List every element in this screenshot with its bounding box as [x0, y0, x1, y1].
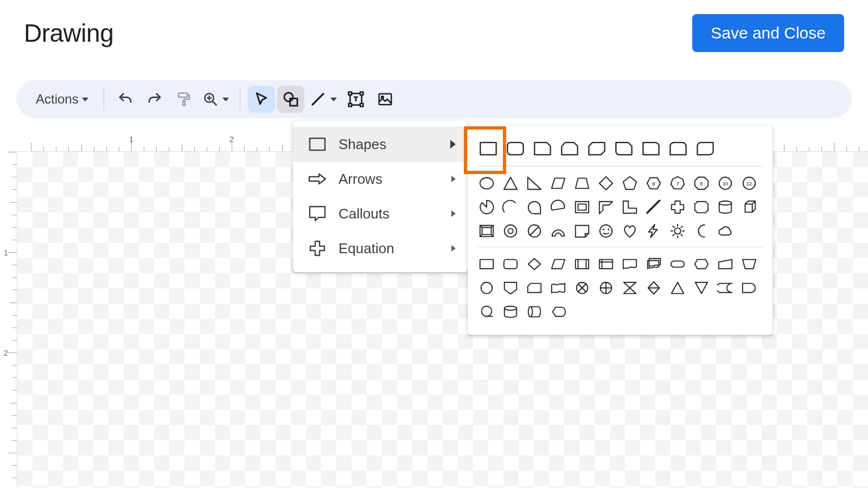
- shape-flow-sort[interactable]: [644, 279, 663, 297]
- shape-decagon[interactable]: 10: [716, 174, 735, 192]
- svg-rect-53: [599, 260, 612, 269]
- shape-flow-alt-process[interactable]: [501, 255, 520, 273]
- shape-cube[interactable]: [740, 198, 758, 216]
- shape-frame[interactable]: [573, 198, 591, 216]
- shape-flow-offpage[interactable]: [501, 279, 520, 297]
- shape-flow-manual-operation[interactable]: [740, 255, 758, 273]
- shape-smiley[interactable]: [597, 222, 615, 240]
- shape-flow-punched-tape[interactable]: [549, 279, 567, 297]
- menu-item-shapes[interactable]: Shapes: [293, 127, 468, 162]
- shape-flow-data[interactable]: [549, 255, 567, 273]
- shape-flow-or[interactable]: [597, 279, 615, 297]
- shape-right-triangle[interactable]: [525, 174, 544, 192]
- page-title: Drawing: [24, 18, 113, 48]
- shape-can[interactable]: [716, 198, 735, 216]
- shape-chord[interactable]: [549, 198, 567, 216]
- shape-oval[interactable]: [477, 174, 496, 192]
- shape-snip-diagonal[interactable]: [586, 138, 608, 159]
- shape-flow-summing[interactable]: [573, 279, 591, 297]
- shape-octagon[interactable]: 8: [692, 174, 711, 192]
- line-icon: [310, 91, 326, 107]
- undo-button[interactable]: [112, 86, 139, 113]
- round-diagonal-icon: [695, 139, 715, 158]
- menu-item-equation[interactable]: Equation: [293, 231, 468, 266]
- cube-icon: [741, 199, 757, 215]
- shape-snip-single-corner[interactable]: [532, 138, 553, 159]
- redo-button[interactable]: [141, 86, 168, 113]
- actions-menu-button[interactable]: Actions: [28, 86, 96, 113]
- svg-line-44: [673, 226, 675, 228]
- shape-diamond[interactable]: [597, 174, 615, 192]
- paint-format-button[interactable]: [170, 86, 197, 113]
- shape-pie[interactable]: [477, 198, 496, 216]
- shape-flow-direct-access[interactable]: [525, 303, 544, 321]
- flow-document-icon: [622, 256, 638, 272]
- flow-sort-icon: [646, 280, 662, 296]
- text-box-button[interactable]: [342, 86, 369, 113]
- shape-bevel[interactable]: [477, 222, 496, 240]
- shape-flow-connector[interactable]: [477, 279, 496, 297]
- shape-snip-round-single[interactable]: [613, 138, 635, 159]
- shape-l-shape[interactable]: [621, 198, 639, 216]
- shape-flow-stored-data[interactable]: [716, 279, 735, 297]
- shape-tool-button[interactable]: [277, 86, 304, 113]
- shape-flow-terminator[interactable]: [668, 255, 687, 273]
- shape-block-arc[interactable]: [549, 222, 567, 240]
- shape-round-single-corner[interactable]: [640, 138, 662, 159]
- shape-hexagon[interactable]: 6: [644, 174, 663, 192]
- image-button[interactable]: [372, 86, 399, 113]
- shape-flow-preparation[interactable]: [692, 255, 711, 273]
- shape-flow-manual-input[interactable]: [716, 255, 735, 273]
- line-tool-button[interactable]: [307, 86, 340, 113]
- shape-flow-merge[interactable]: [692, 279, 711, 297]
- shape-round-same-side[interactable]: [667, 138, 689, 159]
- menu-item-callouts[interactable]: Callouts: [293, 196, 468, 231]
- shape-lightning[interactable]: [644, 222, 663, 240]
- shape-trapezoid[interactable]: [573, 174, 591, 192]
- shape-flow-predefined[interactable]: [573, 255, 591, 273]
- shape-dodecagon[interactable]: 12: [740, 174, 758, 192]
- shape-half-frame[interactable]: [597, 198, 615, 216]
- paint-roller-icon: [176, 91, 192, 107]
- shape-flow-process[interactable]: [477, 255, 496, 273]
- redo-icon: [146, 91, 163, 107]
- svg-rect-28: [578, 204, 586, 210]
- shape-flow-display[interactable]: [549, 303, 567, 321]
- zoom-button[interactable]: [200, 86, 232, 113]
- shape-flow-extract[interactable]: [668, 279, 687, 297]
- flow-decision-icon: [526, 256, 542, 272]
- shape-plaque[interactable]: [692, 198, 711, 216]
- shape-cross[interactable]: [668, 198, 687, 216]
- shape-flow-internal-storage[interactable]: [597, 255, 615, 273]
- shape-arc[interactable]: [501, 198, 520, 216]
- shape-rectangle[interactable]: [477, 138, 499, 159]
- shape-pentagon[interactable]: [621, 174, 639, 192]
- menu-item-arrows[interactable]: Arrows: [293, 162, 468, 196]
- shape-parallelogram[interactable]: [549, 174, 567, 192]
- shape-flow-decision[interactable]: [525, 255, 544, 273]
- shape-flow-collate[interactable]: [621, 279, 639, 297]
- shape-sun[interactable]: [668, 222, 687, 240]
- shape-round-diagonal[interactable]: [694, 138, 716, 159]
- submenu-arrow-icon: [450, 140, 456, 149]
- shape-flow-document[interactable]: [621, 255, 639, 273]
- shape-teardrop[interactable]: [525, 198, 544, 216]
- save-and-close-button[interactable]: Save and Close: [692, 14, 844, 52]
- shape-diagonal-stripe[interactable]: [644, 198, 663, 216]
- shape-triangle[interactable]: [501, 174, 520, 192]
- shape-flow-magnetic-disk[interactable]: [501, 303, 520, 321]
- shape-flow-multidocument[interactable]: [644, 255, 663, 273]
- shape-snip-same-side[interactable]: [559, 138, 580, 159]
- shape-heart[interactable]: [621, 222, 639, 240]
- shape-heptagon[interactable]: 7: [668, 174, 687, 192]
- shape-cloud[interactable]: [716, 222, 735, 240]
- select-tool-button[interactable]: [248, 86, 275, 113]
- shape-flow-seq-access[interactable]: [477, 303, 496, 321]
- shape-rounded-rectangle[interactable]: [505, 138, 526, 159]
- shape-folded-corner[interactable]: [573, 222, 591, 240]
- shape-no-symbol[interactable]: [525, 222, 544, 240]
- shape-donut[interactable]: [501, 222, 520, 240]
- shape-moon[interactable]: [692, 222, 711, 240]
- shape-flow-card[interactable]: [525, 279, 544, 297]
- shape-flow-delay[interactable]: [740, 279, 758, 297]
